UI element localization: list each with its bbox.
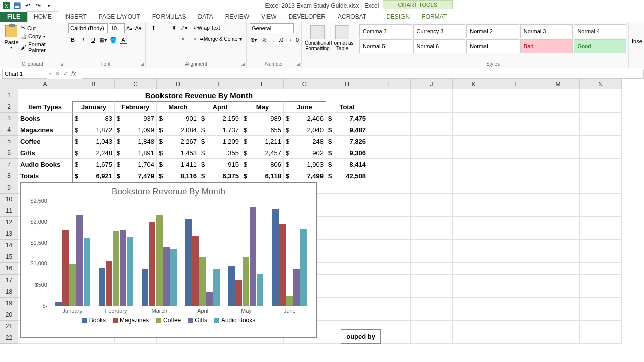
align-middle-button[interactable]: ≡: [159, 23, 168, 32]
bar[interactable]: [257, 274, 263, 306]
cell[interactable]: [537, 136, 580, 147]
copy-button[interactable]: ⿻Copy ▾: [20, 33, 62, 40]
cell-style-comma-3[interactable]: Comma 3: [359, 24, 412, 38]
row-header-9[interactable]: 9: [0, 182, 18, 194]
cell[interactable]: [580, 251, 622, 263]
cell[interactable]: [495, 298, 537, 309]
bar[interactable]: [106, 261, 112, 306]
accounting-format-button[interactable]: $▾: [250, 35, 259, 44]
cell[interactable]: [453, 286, 495, 298]
cell[interactable]: [495, 136, 537, 147]
cell-style-normal-5[interactable]: Normal 5: [359, 39, 412, 53]
cell[interactable]: [326, 194, 368, 205]
cell[interactable]: [368, 298, 411, 309]
border-button[interactable]: ▦▾: [99, 35, 108, 44]
align-bottom-button[interactable]: ⬇: [169, 23, 178, 32]
cell[interactable]: $7,499: [284, 170, 326, 182]
legend-item[interactable]: Magazines: [113, 317, 149, 324]
cell[interactable]: [411, 251, 453, 263]
cell[interactable]: [453, 159, 495, 170]
cell[interactable]: $6,921: [72, 170, 115, 182]
cell[interactable]: [580, 240, 622, 251]
cell[interactable]: [453, 101, 495, 113]
cell[interactable]: $83: [72, 113, 115, 124]
row-header-13[interactable]: 13: [0, 228, 18, 240]
cell[interactable]: [537, 275, 580, 286]
cell[interactable]: [537, 321, 580, 332]
cell[interactable]: [411, 101, 453, 113]
cell[interactable]: $1,453: [157, 147, 199, 159]
bar[interactable]: [99, 268, 105, 306]
cell[interactable]: [326, 309, 368, 321]
row-header-1[interactable]: 1: [0, 89, 18, 101]
legend-item[interactable]: Audio Books: [214, 317, 255, 324]
worksheet-grid[interactable]: ABCDEFGHIJKLMN 1Bookstore Revenue By Mon…: [0, 79, 644, 344]
cell[interactable]: Total: [326, 101, 368, 113]
row-header-20[interactable]: 20: [0, 309, 18, 321]
cell[interactable]: $8,414: [326, 159, 368, 170]
cell[interactable]: [368, 159, 411, 170]
cell[interactable]: [537, 251, 580, 263]
bar[interactable]: [293, 269, 300, 306]
column-header-B[interactable]: B: [72, 79, 115, 89]
cell[interactable]: [495, 113, 537, 124]
cell[interactable]: [453, 263, 495, 275]
cell[interactable]: [368, 228, 411, 240]
cell[interactable]: $6,118: [242, 170, 284, 182]
row-header-4[interactable]: 4: [0, 124, 18, 136]
cell[interactable]: [368, 182, 411, 194]
bar[interactable]: [300, 229, 307, 306]
cell[interactable]: [368, 124, 411, 136]
cell[interactable]: $2,040: [284, 124, 326, 136]
cell[interactable]: [453, 332, 495, 344]
cell[interactable]: $1,043: [72, 136, 115, 147]
cell[interactable]: [495, 332, 537, 344]
cell[interactable]: [453, 217, 495, 228]
cell[interactable]: [411, 309, 453, 321]
cell[interactable]: [411, 159, 453, 170]
column-header-J[interactable]: J: [411, 79, 453, 89]
conditional-formatting-button[interactable]: Conditional Formatting: [305, 23, 330, 67]
underline-button[interactable]: U: [89, 35, 98, 44]
cell[interactable]: [495, 170, 537, 182]
cell[interactable]: $1,903: [284, 159, 326, 170]
decrease-indent-button[interactable]: ⇤: [179, 34, 188, 43]
cell[interactable]: [537, 89, 580, 101]
cell[interactable]: [411, 113, 453, 124]
row-header-6[interactable]: 6: [0, 147, 18, 159]
cell[interactable]: [580, 182, 622, 194]
row-header-10[interactable]: 10: [0, 194, 18, 205]
cell[interactable]: January: [72, 101, 115, 113]
font-size-input[interactable]: [109, 23, 125, 33]
cell[interactable]: $2,267: [157, 136, 199, 147]
cell[interactable]: [537, 240, 580, 251]
cell[interactable]: Coffee: [18, 136, 72, 147]
bar[interactable]: [272, 209, 279, 306]
cell[interactable]: [453, 170, 495, 182]
cell[interactable]: [495, 101, 537, 113]
cell[interactable]: $1,704: [115, 159, 157, 170]
cell[interactable]: [453, 113, 495, 124]
bar[interactable]: [76, 215, 83, 306]
cell[interactable]: [453, 147, 495, 159]
cell[interactable]: [537, 101, 580, 113]
cell[interactable]: [368, 147, 411, 159]
cell[interactable]: [453, 124, 495, 136]
cell[interactable]: [326, 217, 368, 228]
font-color-button[interactable]: A: [119, 35, 128, 44]
cell[interactable]: [495, 182, 537, 194]
cell-style-normal-2[interactable]: Normal 2: [466, 24, 519, 38]
cell[interactable]: [368, 205, 411, 217]
tab-data[interactable]: DATA: [192, 12, 219, 22]
cell[interactable]: [368, 251, 411, 263]
bar[interactable]: [206, 292, 213, 306]
cell[interactable]: $2,084: [157, 124, 199, 136]
cell[interactable]: [580, 124, 622, 136]
cell[interactable]: [580, 309, 622, 321]
chart-title[interactable]: Bookstore Revenue By Month: [21, 183, 316, 201]
orientation-button[interactable]: ⤢▾: [179, 23, 188, 32]
cell[interactable]: [495, 240, 537, 251]
cell[interactable]: [368, 217, 411, 228]
cell[interactable]: [326, 228, 368, 240]
cell[interactable]: [495, 205, 537, 217]
